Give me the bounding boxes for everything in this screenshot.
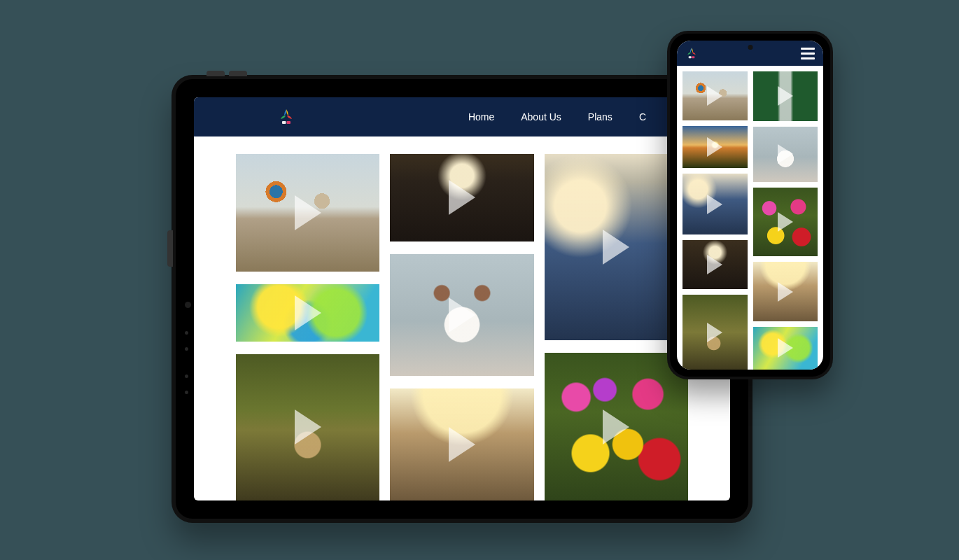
play-icon — [295, 295, 321, 330]
play-icon — [707, 255, 722, 274]
svg-rect-2 — [689, 56, 692, 58]
video-thumb-friends-group[interactable] — [390, 388, 533, 500]
play-icon — [603, 230, 629, 265]
video-thumb-color-festival[interactable] — [236, 284, 379, 342]
tablet-bezel: Home About Us Plans C — [176, 79, 748, 519]
phone-camera — [748, 45, 752, 50]
video-thumb-waterfall[interactable] — [753, 71, 818, 121]
tablet-volume-down-button — [229, 71, 247, 76]
play-icon — [707, 195, 722, 214]
video-thumb-tulips[interactable] — [545, 353, 688, 500]
tablet-navbar: Home About Us Plans C — [194, 97, 730, 136]
hamburger-menu-icon[interactable] — [801, 48, 815, 59]
tablet-device-frame: Home About Us Plans C — [172, 75, 752, 523]
play-icon — [778, 144, 793, 164]
tablet-screen: Home About Us Plans C — [194, 97, 730, 500]
play-icon — [449, 298, 475, 332]
brand-logo-icon[interactable] — [278, 107, 295, 127]
phone-gallery-column-1 — [682, 71, 748, 370]
play-icon — [295, 195, 321, 230]
video-thumb-color-festival[interactable] — [753, 327, 818, 370]
tablet-power-button — [167, 230, 173, 267]
tablet-volume-up-button — [206, 71, 225, 76]
video-thumb-hot-air-balloons[interactable] — [236, 154, 379, 272]
tablet-nav-menu: Home About Us Plans C — [468, 111, 646, 122]
play-icon — [778, 338, 793, 358]
video-thumb-dog[interactable] — [390, 254, 533, 376]
nav-link-about-us[interactable]: About Us — [521, 111, 561, 122]
phone-bezel — [670, 34, 830, 377]
video-thumb-hands-raised-sunlight[interactable] — [682, 174, 748, 234]
tablet-gallery-column-1 — [236, 154, 379, 500]
video-thumb-dog[interactable] — [753, 127, 818, 182]
phone-gallery-column-2 — [753, 71, 818, 370]
phone-screen — [677, 41, 823, 370]
svg-rect-1 — [287, 121, 291, 124]
nav-link-home[interactable]: Home — [468, 111, 494, 122]
brand-logo-icon[interactable] — [685, 46, 698, 60]
play-icon — [707, 323, 722, 342]
play-icon — [778, 212, 793, 232]
play-icon — [295, 410, 321, 444]
nav-link-partial[interactable]: C — [639, 111, 646, 122]
play-icon — [449, 180, 475, 215]
play-icon — [778, 282, 793, 302]
play-icon — [707, 137, 722, 157]
nav-link-plans[interactable]: Plans — [588, 111, 612, 122]
video-thumb-sunset-field[interactable] — [682, 126, 748, 168]
video-thumb-concert-crowd[interactable] — [682, 240, 748, 289]
play-icon — [449, 427, 475, 462]
video-thumb-tulips[interactable] — [753, 188, 818, 257]
video-thumb-deer[interactable] — [682, 295, 748, 370]
svg-rect-0 — [282, 121, 286, 124]
play-icon — [778, 86, 793, 106]
video-thumb-concert-crowd[interactable] — [390, 154, 533, 241]
tablet-gallery-column-2 — [390, 154, 533, 500]
phone-video-gallery — [677, 66, 823, 370]
phone-device-frame — [667, 31, 833, 379]
video-thumb-hot-air-balloons[interactable] — [682, 71, 748, 120]
tablet-camera — [185, 302, 191, 308]
video-thumb-friends-group[interactable] — [753, 262, 818, 321]
play-icon — [603, 410, 629, 444]
tablet-speaker-dots — [185, 331, 188, 351]
tablet-video-gallery — [194, 136, 730, 500]
play-icon — [707, 86, 722, 106]
tablet-speaker-dots — [185, 374, 188, 394]
svg-rect-3 — [692, 56, 694, 58]
video-thumb-deer[interactable] — [236, 354, 379, 500]
